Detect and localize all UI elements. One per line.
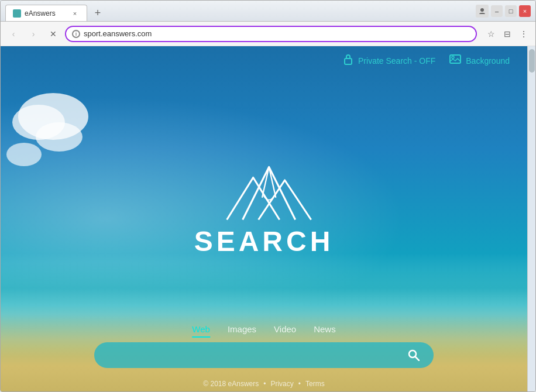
titlebar: eAnswers × + – □ × [1,1,535,22]
bookmark-button[interactable]: ☆ [484,27,498,41]
search-button[interactable] [403,345,424,366]
footer-sep-2: • [298,380,301,388]
svg-point-0 [480,8,484,12]
url-bar[interactable]: i sport.eanswers.com [65,26,477,42]
footer-copyright: © 2018 eAnswers [203,380,259,388]
footer-privacy-link[interactable]: Privacy [270,380,293,388]
svg-rect-2 [450,55,461,63]
browser-tab[interactable]: eAnswers × [5,5,87,21]
forward-button[interactable]: › [25,26,42,42]
tab-images[interactable]: Images [228,322,256,338]
background-label: Background [466,56,510,66]
extensions-button[interactable]: ⊟ [500,27,514,41]
menu-button[interactable]: ⋮ [517,27,531,41]
back-button[interactable]: ‹ [5,26,22,42]
reload-button[interactable]: ✕ [45,26,61,42]
page: Private Search - OFF Background [1,46,527,391]
footer-terms-link[interactable]: Terms [305,380,325,388]
browser-content: Private Search - OFF Background [1,46,535,391]
window-controls: – □ × [476,5,531,18]
search-tabs: Web Images Video News [192,322,335,338]
background-icon [449,54,461,67]
search-bar-container [94,342,434,368]
tab-web[interactable]: Web [192,322,210,338]
private-search-label: Private Search - OFF [358,56,435,66]
url-bar-wrapper: i sport.eanswers.com [65,26,477,42]
info-icon: i [72,30,80,38]
search-bar [94,342,434,368]
svg-point-3 [452,56,454,59]
svg-rect-1 [345,59,352,64]
tab-close-button[interactable]: × [70,9,80,18]
scrollbar-thumb[interactable] [529,49,535,73]
footer-sep-1: • [263,380,266,388]
tab-video[interactable]: Video [274,322,296,338]
nav-icons: ☆ ⊟ ⋮ [484,27,531,41]
profile-button[interactable] [476,5,489,18]
cloud-3 [36,122,83,152]
new-tab-button[interactable]: + [90,5,106,21]
cloud-4 [6,143,42,166]
logo-area: SEARCH [194,161,334,257]
scrollbar[interactable] [527,46,535,391]
navbar: ‹ › ✕ i sport.eanswers.com ☆ ⊟ ⋮ [1,22,535,46]
page-topnav: Private Search - OFF Background [1,46,527,75]
tab-favicon [13,9,21,18]
close-button[interactable]: × [519,5,531,17]
browser-window: eAnswers × + – □ × ‹ › ✕ i sport.eanswer… [0,0,536,392]
minimize-button[interactable]: – [491,5,503,17]
maximize-button[interactable]: □ [505,5,517,17]
page-footer: © 2018 eAnswers • Privacy • Terms [203,380,324,388]
search-input[interactable] [104,350,403,360]
svg-line-5 [415,357,419,360]
tab-group: eAnswers × + [5,1,106,21]
tab-title: eAnswers [25,9,67,18]
search-title: SEARCH [194,225,334,257]
tab-news[interactable]: News [314,322,336,338]
lock-icon [343,53,353,68]
url-text: sport.eanswers.com [84,29,470,38]
mountain-logo [211,161,317,231]
private-search-toggle[interactable]: Private Search - OFF [343,53,435,68]
background-toggle[interactable]: Background [449,53,510,68]
